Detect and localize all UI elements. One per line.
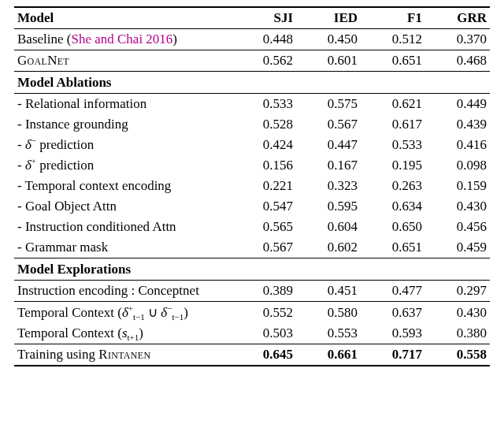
table-row: Temporal Context (st+1) 0.503 0.553 0.59… [14, 323, 490, 344]
cell-grr: 0.459 [425, 237, 490, 258]
cell-model: - δ+ prediction [14, 155, 232, 176]
cell-sji: 0.528 [232, 114, 296, 135]
cell-f1: 0.717 [361, 344, 425, 366]
cell-f1: 0.263 [361, 176, 425, 196]
cell-grr: 0.297 [425, 281, 490, 302]
row-rintanen: Training using Rintanen 0.645 0.661 0.71… [14, 344, 490, 366]
cell-model: Baseline (She and Chai 2016) [14, 29, 232, 50]
cell-grr: 0.449 [425, 94, 490, 115]
cell-sji: 0.424 [232, 135, 296, 155]
subscript: t−1 [133, 312, 145, 322]
cell-ied: 0.451 [296, 281, 361, 302]
col-sji: SJI [232, 7, 296, 29]
cell-sji: 0.547 [232, 196, 296, 217]
prefix: - [17, 158, 25, 173]
baseline-suffix: ) [172, 32, 177, 46]
cell-sji: 0.221 [232, 176, 296, 196]
cell-sji: 0.533 [232, 94, 296, 115]
cell-sji: 0.156 [232, 155, 296, 176]
prefix: Temporal Context ( [17, 325, 122, 340]
cell-f1: 0.593 [361, 323, 425, 344]
cell-grr: 0.468 [425, 50, 490, 72]
cell-f1: 0.533 [361, 135, 425, 155]
cell-f1: 0.634 [361, 196, 425, 217]
subscript: t−1 [172, 312, 184, 322]
suffix: prediction [36, 158, 94, 173]
suffix: ) [139, 325, 143, 340]
cell-ied: 0.602 [296, 237, 361, 258]
cell-model: Training using Rintanen [14, 344, 232, 366]
cell-model: - δ− prediction [14, 135, 232, 155]
section-explorations: Model Explorations [14, 258, 490, 281]
cell-grr: 0.416 [425, 135, 490, 155]
cell-f1: 0.621 [361, 94, 425, 115]
cell-grr: 0.430 [425, 196, 490, 217]
cell-sji: 0.645 [232, 344, 296, 366]
cell-f1: 0.637 [361, 302, 425, 324]
cell-model: - Instance grounding [14, 114, 232, 135]
cell-ied: 0.167 [296, 155, 361, 176]
cell-model: - Relational information [14, 94, 232, 115]
delta-symbol: δ [25, 158, 32, 173]
cell-grr: 0.558 [425, 344, 490, 366]
cell-grr: 0.159 [425, 176, 490, 196]
delta-symbol: δ [122, 305, 128, 320]
cell-f1: 0.512 [361, 29, 425, 50]
col-ied: IED [296, 7, 361, 29]
cell-sji: 0.389 [232, 281, 296, 302]
cell-grr: 0.439 [425, 114, 490, 135]
cell-model: Instruction encoding : Conceptnet [14, 281, 232, 302]
table-row: - δ− prediction 0.424 0.447 0.533 0.416 [14, 135, 490, 155]
cell-f1: 0.617 [361, 114, 425, 135]
cell-model: - Goal Object Attn [14, 196, 232, 217]
cell-f1: 0.477 [361, 281, 425, 302]
citation-link[interactable]: She and Chai 2016 [71, 32, 172, 46]
row-goalnet: GoalNet 0.562 0.601 0.651 0.468 [14, 50, 490, 72]
cell-f1: 0.195 [361, 155, 425, 176]
prefix: - [17, 137, 25, 152]
cell-ied: 0.604 [296, 217, 361, 237]
cell-model: - Temporal context encoding [14, 176, 232, 196]
table-row: - δ+ prediction 0.156 0.167 0.195 0.098 [14, 155, 490, 176]
col-f1: F1 [361, 7, 425, 29]
cell-grr: 0.456 [425, 217, 490, 237]
cell-sji: 0.567 [232, 237, 296, 258]
baseline-prefix: Baseline ( [17, 32, 71, 46]
cell-model: GoalNet [14, 50, 232, 72]
table-row: - Instance grounding 0.528 0.567 0.617 0… [14, 114, 490, 135]
cell-ied: 0.567 [296, 114, 361, 135]
cell-model: - Instruction conditioned Attn [14, 217, 232, 237]
prefix: Training using [17, 347, 98, 362]
row-baseline: Baseline (She and Chai 2016) 0.448 0.450… [14, 29, 490, 50]
delta-symbol: δ [25, 137, 32, 152]
table-row: Instruction encoding : Conceptnet 0.389 … [14, 281, 490, 302]
section-ablations: Model Ablations [14, 72, 490, 94]
cell-sji: 0.565 [232, 217, 296, 237]
cell-grr: 0.380 [425, 323, 490, 344]
suffix: ) [183, 305, 188, 320]
cell-f1: 0.651 [361, 50, 425, 72]
table-row: - Goal Object Attn 0.547 0.595 0.634 0.4… [14, 196, 490, 217]
cell-ied: 0.553 [296, 323, 361, 344]
cell-ied: 0.447 [296, 135, 361, 155]
cell-ied: 0.595 [296, 196, 361, 217]
prefix: Temporal Context ( [17, 305, 122, 320]
table-row: Temporal Context (δ+t−1 ∪ δ−t−1) 0.552 0… [14, 302, 490, 324]
cell-ied: 0.575 [296, 94, 361, 115]
rintanen-name: Rintanen [98, 347, 150, 362]
table-row: - Grammar mask 0.567 0.602 0.651 0.459 [14, 237, 490, 258]
section-label: Model Explorations [14, 258, 490, 281]
cell-sji: 0.552 [232, 302, 296, 324]
s-symbol: s [122, 325, 128, 340]
cell-ied: 0.661 [296, 344, 361, 366]
cup-symbol: ∪ [145, 305, 161, 320]
table-row: - Relational information 0.533 0.575 0.6… [14, 94, 490, 115]
cell-model: Temporal Context (st+1) [14, 323, 232, 344]
cell-ied: 0.323 [296, 176, 361, 196]
cell-f1: 0.650 [361, 217, 425, 237]
cell-ied: 0.450 [296, 29, 361, 50]
cell-grr: 0.098 [425, 155, 490, 176]
table-row: - Temporal context encoding 0.221 0.323 … [14, 176, 490, 196]
results-table: Model SJI IED F1 GRR Baseline (She and C… [14, 6, 490, 366]
subscript: t+1 [128, 333, 139, 342]
